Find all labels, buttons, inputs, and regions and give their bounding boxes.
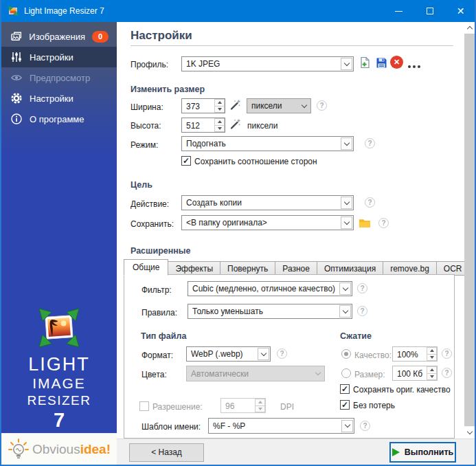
resolution-stepper[interactable]: 96: [220, 398, 266, 413]
dpi-unit-label: DPI: [280, 402, 294, 412]
logo-text-light: LIGHT: [1, 354, 117, 375]
size-help-icon[interactable]: ?: [442, 368, 452, 378]
sidebar-item-preview[interactable]: Предпросмотр: [1, 67, 117, 88]
vertical-scrollbar[interactable]: [464, 22, 475, 438]
play-icon: [392, 448, 400, 456]
more-options-button[interactable]: [408, 60, 420, 73]
target-section-header: Цель: [131, 180, 152, 190]
format-help-icon[interactable]: ?: [277, 348, 287, 359]
width-help-icon[interactable]: ?: [317, 100, 327, 111]
action-help-icon[interactable]: ?: [365, 197, 375, 208]
action-label: Действие:: [131, 199, 169, 209]
name-template-dropdown[interactable]: %F - %P: [208, 418, 354, 434]
delete-profile-button[interactable]: ✕: [390, 56, 403, 69]
sidebar-item-settings-selected[interactable]: Настройки: [1, 47, 117, 67]
advanced-tabs: Общие Эффекты Повернуть Разное Оптимизац…: [124, 259, 476, 276]
sidebar-item-label: Настройки: [30, 52, 73, 63]
images-count-badge: 0: [92, 31, 109, 43]
save-to-dropdown[interactable]: <В папку оригинала>: [181, 215, 354, 230]
save-to-label: Сохранить:: [131, 219, 174, 229]
scroll-up-arrow[interactable]: [464, 22, 475, 33]
resolution-label: Разрешение:: [152, 402, 203, 412]
size-stepper[interactable]: 100 Кб: [392, 366, 438, 381]
scrollbar-thumb[interactable]: [464, 34, 475, 426]
height-unit-text: пиксели: [247, 121, 278, 131]
tab-optimization[interactable]: Оптимизация: [317, 261, 383, 276]
scroll-down-arrow[interactable]: [464, 427, 475, 438]
browse-folder-button[interactable]: [359, 217, 371, 229]
size-radio[interactable]: [341, 368, 351, 378]
profile-dropdown[interactable]: 1K JPEG: [181, 56, 354, 71]
tab-removebg[interactable]: remove.bg: [383, 261, 437, 276]
resolution-checkbox[interactable]: [139, 401, 149, 411]
rules-dropdown[interactable]: Только уменьшать: [188, 304, 352, 319]
quality-help-icon[interactable]: ?: [442, 348, 452, 359]
title-divider: [131, 45, 453, 46]
action-dropdown[interactable]: Создать копии: [181, 195, 354, 210]
folder-icon: [359, 218, 371, 228]
new-profile-button[interactable]: [359, 56, 371, 69]
general-tab-panel: Фильтр: Cubic (медленно, отличное качест…: [124, 274, 455, 439]
sidebar-item-about[interactable]: О программе: [1, 109, 117, 129]
magic-wand-icon: [229, 118, 241, 131]
quality-radio[interactable]: [341, 349, 351, 359]
colors-dropdown[interactable]: Автоматически: [186, 366, 325, 381]
logo-text-image: IMAGE: [1, 375, 117, 392]
colors-label: Цвета:: [141, 370, 167, 379]
brand-text: Obviousidea!: [32, 442, 111, 457]
width-stepper[interactable]: 373: [181, 98, 225, 113]
resizer-logo-icon: [36, 307, 82, 348]
auto-width-wand-button[interactable]: [229, 99, 241, 111]
app-logo-block: LIGHT IMAGE RESIZER 7: [1, 307, 117, 432]
close-button[interactable]: ✕: [445, 0, 476, 22]
sliders-icon: [10, 51, 23, 63]
keep-quality-label: Сохранять ориг. качество: [353, 385, 451, 395]
filter-help-icon[interactable]: ?: [357, 283, 367, 293]
eye-icon: [10, 71, 23, 84]
maximize-button[interactable]: [414, 0, 445, 22]
footer-bar: < Назад Выполнить: [117, 439, 476, 465]
width-unit-dropdown[interactable]: пиксели: [247, 98, 311, 113]
quality-label: Качество:: [354, 351, 392, 360]
minimize-button[interactable]: [383, 0, 414, 22]
filter-label: Фильтр:: [141, 285, 172, 295]
size-label: Размер:: [354, 370, 385, 379]
mode-dropdown[interactable]: Подогнать: [181, 136, 354, 151]
sidebar: Изображения 0 Настройки: [1, 22, 117, 433]
format-dropdown[interactable]: WebP (.webp): [186, 346, 271, 362]
keep-quality-checkbox[interactable]: ✓: [340, 384, 350, 394]
app-logo-icon: [8, 5, 19, 16]
quality-stepper[interactable]: 100%: [392, 346, 438, 362]
sidebar-item-label: Изображения: [29, 32, 85, 42]
images-icon: [10, 30, 22, 43]
keep-ratio-checkbox[interactable]: ✓: [181, 156, 191, 166]
save-profile-button[interactable]: [375, 56, 387, 69]
filter-dropdown[interactable]: Cubic (медленно, отличное качество): [188, 281, 352, 296]
sidebar-item-images[interactable]: Изображения 0: [1, 26, 117, 47]
ellipsis-icon: [408, 65, 420, 68]
tab-rotate[interactable]: Повернуть: [220, 261, 275, 276]
width-label: Ширина:: [131, 102, 163, 112]
rules-help-icon[interactable]: ?: [357, 306, 367, 316]
mode-help-icon[interactable]: ?: [365, 138, 375, 148]
logo-text-7: 7: [1, 409, 117, 432]
height-stepper[interactable]: 512: [181, 118, 225, 133]
lossless-checkbox[interactable]: ✓: [340, 400, 350, 410]
save-help-icon[interactable]: ?: [378, 218, 389, 228]
tab-misc[interactable]: Разное: [275, 261, 317, 276]
obviousidea-brand: Obviousidea!: [1, 433, 117, 465]
back-button[interactable]: < Назад: [129, 443, 204, 462]
profile-label: Профиль:: [131, 60, 168, 69]
auto-height-wand-button[interactable]: [229, 118, 241, 131]
info-icon: [10, 113, 23, 125]
filetype-header: Тип файла: [141, 331, 186, 341]
titlebar: Light Image Resizer 7 ✕: [0, 0, 476, 22]
tab-effects[interactable]: Эффекты: [168, 261, 220, 276]
lossless-label: Без потерь: [353, 401, 395, 410]
keep-ratio-label: Сохранить соотношение сторон: [194, 157, 317, 166]
tab-general[interactable]: Общие: [124, 259, 168, 276]
template-help-icon[interactable]: ?: [360, 421, 370, 431]
sidebar-item-preferences[interactable]: Настройки: [1, 88, 117, 109]
format-label: Формат:: [141, 351, 173, 360]
run-button[interactable]: Выполнить: [389, 442, 456, 463]
